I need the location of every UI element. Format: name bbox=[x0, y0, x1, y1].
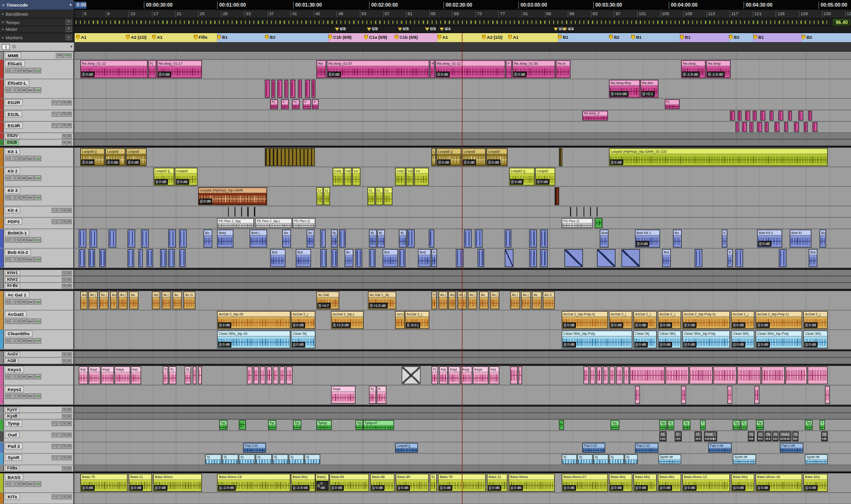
audio-clip[interactable] bbox=[555, 187, 559, 205]
mute-button[interactable]: M bbox=[67, 219, 71, 224]
audio-clip[interactable] bbox=[147, 249, 153, 267]
solo-button[interactable]: S bbox=[62, 134, 66, 139]
audio-clip[interactable]: Bass-890 dB bbox=[396, 474, 429, 492]
mute-button[interactable]: M bbox=[21, 257, 26, 262]
audio-clip[interactable] bbox=[505, 249, 513, 267]
audio-clip[interactable] bbox=[265, 80, 269, 98]
track-lane[interactable]: Bass-750 dBBass-110 dBBass-Mono0 dBBass-… bbox=[74, 473, 851, 493]
audio-clip[interactable]: Re- bbox=[316, 60, 326, 78]
audio-clip[interactable]: Key| bbox=[461, 366, 472, 384]
track-lane[interactable] bbox=[74, 206, 851, 217]
input-monitor-button[interactable]: I bbox=[57, 219, 61, 224]
input-monitor-button[interactable]: I bbox=[57, 208, 61, 212]
audio-clip[interactable] bbox=[128, 230, 135, 248]
audio-clip[interactable]: Loops2 (|0 dB bbox=[509, 168, 535, 186]
audio-clip[interactable] bbox=[736, 122, 739, 132]
audio-clip[interactable] bbox=[109, 230, 116, 248]
audio-clip[interactable]: K| bbox=[184, 366, 191, 384]
record-arm-button[interactable]: ⊙ bbox=[5, 374, 10, 379]
meter-ruler[interactable]: 6/85/86/85/84/43/44/4 bbox=[74, 26, 851, 33]
track-name[interactable]: EG3L bbox=[5, 111, 22, 117]
audio-clip[interactable]: E| bbox=[430, 474, 437, 492]
automation-mode-button[interactable]: red bbox=[34, 156, 41, 161]
mute-button[interactable]: M bbox=[21, 481, 26, 487]
automation-mode-button[interactable]: red bbox=[34, 338, 41, 343]
audio-clip[interactable]: Pad 2-05 bbox=[780, 443, 803, 453]
audio-clip[interactable]: Ac | bbox=[99, 291, 109, 309]
audio-clip[interactable]: Bass-Mo|0 dB bbox=[634, 474, 657, 492]
audio-clip[interactable]: Loops2 (|0 dB bbox=[154, 168, 174, 186]
audio-clip[interactable]: B| bbox=[377, 230, 385, 248]
audio-clip[interactable]: Ac G bbox=[183, 291, 195, 309]
audio-clip[interactable]: S| bbox=[205, 454, 221, 464]
audio-clip[interactable]: S| bbox=[625, 454, 638, 464]
audio-clip[interactable]: Bot bbox=[809, 249, 817, 267]
audio-clip[interactable] bbox=[784, 122, 788, 132]
audio-clip[interactable]: Loo| bbox=[395, 168, 406, 186]
audio-clip[interactable]: Bot bbox=[296, 249, 311, 267]
add-tempo-event-button[interactable]: + bbox=[66, 19, 72, 25]
audio-clip[interactable] bbox=[753, 111, 756, 121]
audio-clip[interactable] bbox=[825, 386, 830, 404]
meter-event[interactable]: 4/4 bbox=[440, 26, 451, 31]
audio-clip[interactable]: R bbox=[430, 60, 434, 78]
audio-clip[interactable] bbox=[804, 122, 808, 132]
audio-clip[interactable]: T| bbox=[741, 420, 747, 430]
audio-clip[interactable] bbox=[630, 366, 665, 384]
solo-button[interactable]: S bbox=[62, 270, 66, 275]
input-monitor-button[interactable]: I bbox=[57, 432, 61, 437]
audio-clip[interactable]: Ac bbox=[479, 291, 489, 309]
audio-clip[interactable]: Key| bbox=[88, 366, 100, 384]
audio-clip[interactable]: K bbox=[377, 386, 387, 404]
input-monitor-button[interactable]: I bbox=[10, 175, 15, 181]
audio-clip[interactable]: Clean 5th|0 dB bbox=[658, 330, 681, 348]
solo-button[interactable]: S bbox=[62, 408, 66, 412]
audio-clip[interactable]: Re-Amp_01-170 dB bbox=[157, 60, 202, 78]
audio-clip[interactable]: Re-Amp_01-500 dB bbox=[512, 60, 556, 78]
mute-button[interactable]: M bbox=[21, 319, 26, 324]
marker-chip[interactable]: C1a (5/8) bbox=[364, 35, 387, 39]
audio-clip[interactable]: Bc bbox=[819, 230, 826, 248]
audio-clip[interactable] bbox=[808, 366, 827, 384]
marker-chip[interactable]: C1b (6/8) bbox=[395, 35, 418, 39]
input-monitor-button[interactable]: I bbox=[10, 299, 15, 304]
solo-button[interactable]: S bbox=[16, 393, 21, 399]
audio-clip[interactable]: Ty| bbox=[733, 420, 740, 430]
audio-clip[interactable]: F bbox=[506, 60, 512, 78]
audio-clip[interactable]: Clean 5ths_bip-Poly0 dB bbox=[682, 330, 730, 348]
track-name[interactable]: ElGat1 bbox=[5, 60, 25, 67]
mute-button[interactable]: M bbox=[67, 112, 71, 116]
audio-clip[interactable] bbox=[765, 122, 769, 132]
automation-mode-button[interactable]: red bbox=[34, 299, 41, 304]
audio-clip[interactable]: Bo bbox=[282, 230, 291, 248]
audio-clip[interactable]: Bass-Mo|-2.9 dB bbox=[291, 474, 315, 492]
audio-clip[interactable] bbox=[320, 230, 325, 248]
audio-clip[interactable]: Ty| bbox=[611, 420, 619, 430]
record-arm-button[interactable]: ⊙ bbox=[52, 421, 56, 426]
audio-clip[interactable] bbox=[88, 249, 95, 267]
input-monitor-button[interactable]: I bbox=[10, 68, 15, 73]
add-meter-event-button[interactable]: + bbox=[66, 26, 72, 32]
audio-clip[interactable] bbox=[128, 249, 134, 267]
track-name[interactable]: KITs bbox=[5, 494, 20, 500]
audio-clip[interactable]: Ac Gat 1_bi|+1.5 dB bbox=[368, 291, 396, 309]
audio-clip[interactable] bbox=[407, 230, 415, 248]
audio-clip[interactable]: AcGat 2_|0 dB bbox=[731, 311, 754, 329]
mute-button[interactable]: M bbox=[67, 284, 71, 288]
record-arm-button[interactable]: ⊙ bbox=[5, 68, 10, 73]
audio-clip[interactable] bbox=[689, 366, 712, 384]
audio-clip[interactable] bbox=[778, 111, 783, 121]
waveform-view-selector[interactable]: wv bbox=[27, 156, 34, 161]
record-arm-button[interactable]: ⊙ bbox=[52, 100, 56, 105]
marker-chip[interactable]: A1 bbox=[152, 35, 162, 39]
track-name[interactable]: Kit 3 bbox=[5, 187, 20, 194]
audio-clip[interactable]: Clean 5th|0 dB bbox=[803, 330, 828, 348]
audio-clip[interactable] bbox=[320, 249, 327, 267]
audio-clip[interactable] bbox=[168, 249, 175, 267]
audio-clip[interactable]: S| bbox=[222, 454, 238, 464]
audio-clip[interactable]: Loops20 dB bbox=[175, 168, 198, 186]
audio-clip[interactable]: T bbox=[700, 420, 705, 430]
track-lane[interactable] bbox=[74, 133, 851, 139]
playhead[interactable] bbox=[462, 33, 462, 504]
marker-chip[interactable]: B1 bbox=[631, 35, 642, 39]
